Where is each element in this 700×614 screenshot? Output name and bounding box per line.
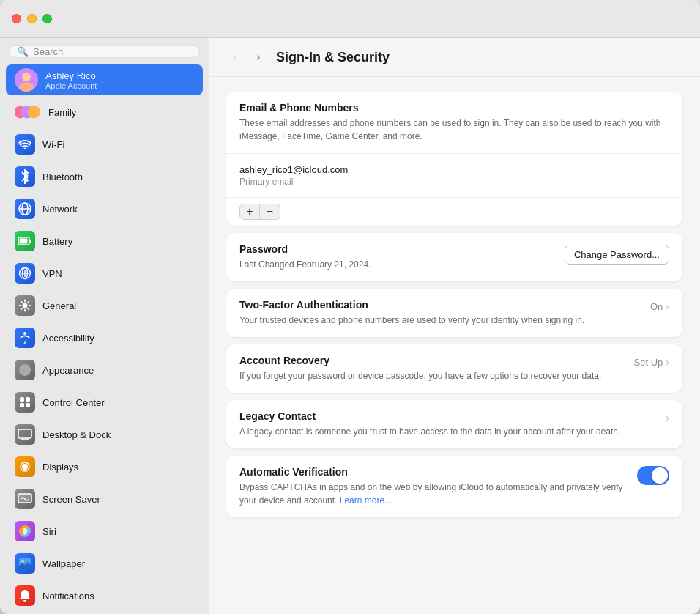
- svg-point-14: [23, 303, 28, 308]
- sidebar-item-label: Battery: [42, 236, 72, 247]
- content-area: ‹ › Sign-In & Security Email & Phone Num…: [209, 38, 700, 614]
- sidebar-item-label: Bluetooth: [42, 171, 83, 182]
- account-recovery-title: Account Recovery: [239, 355, 634, 366]
- change-password-button[interactable]: Change Password...: [565, 245, 669, 265]
- sidebar-item-label: Appearance: [42, 365, 94, 376]
- svg-rect-11: [20, 239, 28, 244]
- sidebar-item-screensaver[interactable]: Screen Saver: [6, 484, 203, 514]
- two-factor-card: Two-Factor Authentication Your trusted d…: [226, 289, 682, 337]
- account-recovery-desc: If you forget your password or device pa…: [239, 369, 634, 382]
- two-factor-desc: Your trusted devices and phone numbers a…: [239, 314, 650, 327]
- two-factor-row[interactable]: Two-Factor Authentication Your trusted d…: [226, 289, 682, 337]
- svg-point-31: [21, 560, 24, 563]
- search-bar[interactable]: 🔍 Search: [9, 45, 200, 58]
- maximize-button[interactable]: [42, 14, 52, 23]
- sidebar-item-label: Screen Saver: [42, 494, 100, 505]
- bluetooth-icon: [15, 166, 35, 187]
- sidebar-item-bluetooth[interactable]: Bluetooth: [6, 161, 203, 192]
- minimize-button[interactable]: [27, 14, 37, 23]
- chevron-right-icon: ›: [666, 300, 669, 312]
- email-type-label: Primary email: [239, 177, 669, 187]
- email-value-row: ashley_rico1@icloud.com Primary email: [226, 154, 682, 198]
- add-email-button[interactable]: +: [239, 204, 260, 220]
- svg-rect-17: [20, 397, 24, 402]
- sidebar-item-network[interactable]: Network: [6, 193, 203, 224]
- legacy-contact-chevron: ›: [666, 412, 669, 423]
- page-title: Sign-In & Security: [276, 50, 390, 65]
- account-recovery-status: Set Up ›: [634, 356, 669, 368]
- sidebar-item-apple-account[interactable]: Ashley Rico Apple Account: [6, 64, 203, 95]
- sidebar-item-label: Siri: [42, 526, 56, 537]
- account-recovery-info: Account Recovery If you forget your pass…: [239, 355, 634, 382]
- account-recovery-row[interactable]: Account Recovery If you forget your pass…: [226, 344, 682, 393]
- learn-more-link[interactable]: Learn more...: [340, 495, 392, 506]
- svg-point-15: [23, 332, 26, 335]
- sidebar-item-label: Accessibility: [42, 333, 94, 344]
- close-button[interactable]: [12, 14, 21, 23]
- legacy-contact-row[interactable]: Legacy Contact A legacy contact is someo…: [226, 400, 682, 448]
- sidebar-item-displays[interactable]: Displays: [6, 451, 203, 482]
- sidebar-item-controlcenter[interactable]: Control Center: [6, 387, 203, 418]
- automatic-verification-title: Automatic Verification: [239, 466, 637, 478]
- sidebar-item-siri[interactable]: Siri: [6, 516, 203, 547]
- search-placeholder: Search: [33, 46, 63, 57]
- sidebar-item-vpn[interactable]: VPN: [6, 258, 203, 289]
- legacy-contact-card: Legacy Contact A legacy contact is someo…: [226, 400, 682, 448]
- forward-button[interactable]: ›: [250, 48, 267, 66]
- chevron-right-icon: ›: [666, 412, 669, 423]
- email-phone-desc: These email addresses and phone numbers …: [239, 116, 669, 143]
- sidebar-item-accessibility[interactable]: Accessibility: [6, 322, 203, 353]
- sidebar-item-label: Wi-Fi: [42, 139, 64, 150]
- sidebar-item-appearance[interactable]: Appearance: [6, 355, 203, 385]
- automatic-verification-card: Automatic Verification Bypass CAPTCHAs i…: [226, 456, 682, 517]
- sidebar-item-wifi[interactable]: Wi-Fi: [6, 129, 203, 160]
- remove-email-button[interactable]: −: [260, 204, 280, 220]
- email-phone-title: Email & Phone Numbers: [239, 102, 669, 114]
- sidebar-item-notifications[interactable]: Notifications: [6, 580, 203, 611]
- back-button[interactable]: ‹: [226, 48, 244, 66]
- vpn-icon: [15, 263, 35, 284]
- sidebar-item-family[interactable]: Family: [6, 97, 203, 127]
- siri-icon: [15, 521, 35, 541]
- svg-rect-19: [20, 403, 24, 407]
- battery-icon: [15, 231, 35, 251]
- automatic-verification-desc: Bypass CAPTCHAs in apps and on the web b…: [239, 481, 637, 507]
- sidebar-item-desktop[interactable]: Desktop & Dock: [6, 419, 203, 450]
- two-factor-status: On ›: [650, 300, 669, 312]
- email-phone-header-row: Email & Phone Numbers These email addres…: [226, 92, 682, 154]
- notifications-icon: [15, 585, 35, 606]
- password-card: Password Last Changed February 21, 2024.…: [226, 233, 682, 281]
- svg-rect-20: [26, 403, 30, 407]
- general-icon: [15, 295, 35, 316]
- sidebar-item-label: Control Center: [42, 397, 105, 408]
- password-title: Password: [239, 243, 371, 255]
- two-factor-info: Two-Factor Authentication Your trusted d…: [239, 299, 650, 327]
- wifi-icon: [15, 134, 35, 155]
- desktop-icon: [15, 424, 35, 445]
- sidebar-item-label: Family: [48, 107, 76, 118]
- legacy-contact-info: Legacy Contact A legacy contact is someo…: [239, 410, 666, 438]
- search-icon: 🔍: [17, 46, 29, 57]
- two-factor-status-text: On: [650, 301, 663, 312]
- appearance-icon: [15, 360, 35, 380]
- two-factor-title: Two-Factor Authentication: [239, 299, 650, 311]
- settings-body: Email & Phone Numbers These email addres…: [209, 77, 700, 532]
- sidebar: 🔍 Search Ashley Rico Apple Account: [0, 38, 209, 614]
- sidebar-item-label: VPN: [42, 268, 62, 279]
- svg-point-1: [22, 73, 31, 81]
- user-name: Ashley Rico: [45, 70, 97, 81]
- automatic-verification-row: Automatic Verification Bypass CAPTCHAs i…: [226, 456, 682, 517]
- svg-point-25: [22, 464, 28, 470]
- sidebar-item-wallpaper[interactable]: Wallpaper: [6, 548, 203, 579]
- automatic-verification-toggle[interactable]: [637, 466, 669, 485]
- email-phone-card: Email & Phone Numbers These email addres…: [226, 92, 682, 226]
- svg-point-29: [23, 528, 27, 535]
- svg-rect-21: [18, 429, 31, 438]
- displays-icon: [15, 456, 35, 477]
- sidebar-item-general[interactable]: General: [6, 290, 203, 321]
- add-remove-row: + −: [226, 198, 682, 226]
- sidebar-item-battery[interactable]: Battery: [6, 226, 203, 256]
- svg-rect-18: [26, 397, 30, 402]
- sidebar-item-label: Wallpaper: [42, 558, 85, 569]
- controlcenter-icon: [15, 392, 35, 413]
